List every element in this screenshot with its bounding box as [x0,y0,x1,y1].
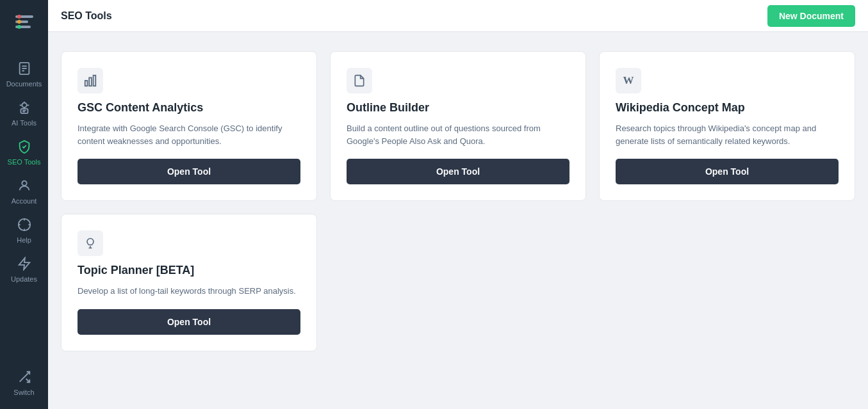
sidebar-item-seo-tools-label: SEO Tools [8,158,41,166]
content-area: GSC Content Analytics Integrate with Goo… [48,32,868,409]
account-icon [17,179,31,195]
tools-grid: GSC Content Analytics Integrate with Goo… [61,51,855,351]
svg-marker-20 [19,258,29,269]
wikipedia-open-button[interactable]: Open Tool [616,159,839,184]
topic-planner-icon-wrap [78,230,103,256]
tool-card-gsc: GSC Content Analytics Integrate with Goo… [61,51,317,201]
wikipedia-title: Wikipedia Concept Map [616,101,839,115]
tool-card-outline: Outline Builder Build a content outline … [330,51,586,201]
outline-open-button[interactable]: Open Tool [347,159,569,184]
topic-planner-title: Topic Planner [BETA] [78,264,300,277]
sidebar-item-ai-tools-label: AI Tools [12,119,37,127]
svg-rect-24 [89,77,92,86]
switch-icon [17,370,31,386]
sidebar-item-documents[interactable]: Documents [0,55,48,94]
gsc-title: GSC Content Analytics [78,101,300,115]
wikipedia-desc: Research topics through Wikipedia's conc… [616,122,839,147]
sidebar-item-help-label: Help [17,236,31,244]
sidebar-item-documents-label: Documents [6,80,42,88]
wikipedia-icon-wrap: W [616,68,641,93]
outline-icon-wrap [347,68,372,93]
sidebar-item-seo-tools[interactable]: SEO Tools [0,133,48,172]
lightbulb-icon [84,236,97,250]
gsc-icon-wrap [78,68,103,93]
svg-rect-23 [85,81,88,86]
svg-point-10 [22,103,26,108]
header: SEO Tools New Document [48,0,868,32]
file-icon [353,74,366,88]
gsc-open-button[interactable]: Open Tool [78,159,300,184]
sidebar-item-account[interactable]: Account [0,172,48,211]
sidebar-item-ai-tools[interactable]: AI Tools [0,94,48,133]
page-title: SEO Tools [61,10,112,22]
topic-planner-open-button[interactable]: Open Tool [78,309,300,335]
updates-icon [17,257,31,273]
svg-point-5 [17,25,21,29]
gsc-desc: Integrate with Google Search Console (GS… [78,122,300,147]
sidebar-logo [8,6,41,42]
wikipedia-icon: W [623,74,634,87]
main-content: SEO Tools New Document GSC Content Analy… [48,0,868,409]
sidebar-item-updates-label: Updates [11,275,37,283]
sidebar-item-help[interactable]: Help [0,211,48,250]
svg-point-15 [18,219,29,230]
new-document-button[interactable]: New Document [767,5,855,27]
topic-planner-desc: Develop a list of long-tail keywords thr… [78,285,300,298]
svg-point-3 [17,15,21,19]
svg-point-4 [17,20,21,24]
sidebar-item-switch-label: Switch [13,389,34,396]
documents-icon [17,61,31,77]
sidebar-item-updates[interactable]: Updates [0,250,48,289]
help-icon [17,218,31,234]
outline-title: Outline Builder [347,101,569,115]
bar-chart-icon [83,74,97,88]
ai-tools-icon [17,100,31,116]
sidebar: Documents AI Tools SEO Tools [0,0,48,409]
tool-card-wikipedia: W Wikipedia Concept Map Research topics … [599,51,855,201]
tool-card-topic-planner: Topic Planner [BETA] Develop a list of l… [61,214,317,351]
outline-desc: Build a content outline out of questions… [347,122,569,147]
svg-rect-25 [94,76,96,86]
sidebar-item-switch[interactable]: Switch [0,364,48,403]
seo-tools-icon [17,140,31,156]
sidebar-item-account-label: Account [12,197,37,205]
svg-point-14 [22,181,26,186]
